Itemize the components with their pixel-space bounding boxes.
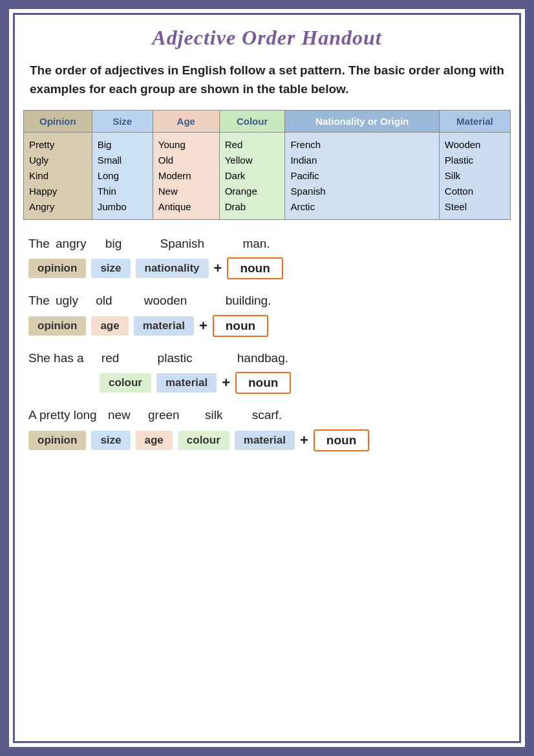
word: plastic bbox=[158, 349, 193, 368]
badge-age: age bbox=[136, 431, 173, 450]
badge-opinion: opinion bbox=[28, 431, 86, 450]
badge-size: size bbox=[91, 259, 130, 278]
word: building. bbox=[226, 291, 272, 310]
word: old bbox=[96, 291, 112, 310]
adjective-table: Opinion Size Age Colour Nationality or O… bbox=[23, 110, 511, 220]
word: new bbox=[108, 405, 131, 425]
badge-material: material bbox=[156, 373, 217, 393]
col-header-colour: Colour bbox=[219, 111, 285, 133]
word: She has a bbox=[28, 349, 84, 368]
badge-nationality: nationality bbox=[136, 259, 209, 278]
word: angry bbox=[56, 234, 87, 254]
word: wooden bbox=[144, 291, 187, 310]
badge-age: age bbox=[91, 316, 128, 336]
label-row-1: opinion size nationality + noun bbox=[28, 257, 506, 279]
badge-colour: colour bbox=[100, 373, 151, 393]
cell-material: WoodenPlasticSilkCottonSteel bbox=[439, 133, 510, 220]
badge-noun: noun bbox=[227, 257, 283, 279]
sentence-1: The angry big Spanish man. bbox=[28, 234, 506, 254]
word: The bbox=[28, 234, 50, 254]
example-1: The angry big Spanish man. opinion size … bbox=[28, 234, 506, 279]
word: The bbox=[28, 291, 50, 310]
page-title: Adjective Order Handout bbox=[23, 26, 511, 50]
plus-sign: + bbox=[214, 260, 222, 277]
plus-sign: + bbox=[222, 374, 230, 391]
label-row-2: opinion age material + noun bbox=[28, 315, 506, 337]
badge-noun: noun bbox=[235, 372, 291, 394]
word: green bbox=[148, 405, 180, 425]
badge-opinion: opinion bbox=[28, 259, 86, 278]
word: ugly bbox=[56, 291, 78, 310]
cell-age: YoungOldModernNewAntique bbox=[153, 133, 219, 220]
intro-text: The order of adjectives in English follo… bbox=[23, 61, 511, 98]
label-row-3: colour material + noun bbox=[28, 372, 506, 394]
word: silk bbox=[205, 405, 222, 425]
label-row-4: opinion size age colour material + noun bbox=[28, 429, 506, 451]
word: Spanish bbox=[160, 234, 204, 254]
badge-material: material bbox=[235, 431, 295, 450]
cell-nationality: FrenchIndianPacificSpanishArctic bbox=[285, 133, 439, 220]
cell-colour: RedYellowDarkOrangeDrab bbox=[219, 133, 285, 220]
badge-noun: noun bbox=[314, 429, 369, 451]
col-header-nationality: Nationality or Origin bbox=[285, 111, 439, 133]
cell-size: BigSmallLongThinJumbo bbox=[92, 133, 153, 220]
badge-colour: colour bbox=[178, 431, 230, 450]
badge-material: material bbox=[134, 316, 194, 336]
word: big bbox=[105, 234, 122, 254]
word: A pretty long bbox=[28, 405, 97, 425]
col-header-age: Age bbox=[153, 111, 219, 133]
example-3: She has a red plastic handbag. colour ma… bbox=[28, 349, 506, 394]
plus-sign: + bbox=[199, 318, 208, 334]
sentence-2: The ugly old wooden building. bbox=[28, 291, 506, 310]
cell-opinion: PrettyUglyKindHappyAngry bbox=[24, 133, 92, 220]
example-2: The ugly old wooden building. opinion ag… bbox=[28, 291, 506, 336]
badge-noun: noun bbox=[213, 315, 268, 337]
examples-section: The angry big Spanish man. opinion size … bbox=[23, 234, 511, 451]
word: man. bbox=[242, 234, 270, 254]
word: red bbox=[101, 349, 119, 368]
page: Adjective Order Handout The order of adj… bbox=[0, 0, 534, 756]
col-header-opinion: Opinion bbox=[24, 111, 92, 133]
sentence-3: She has a red plastic handbag. bbox=[28, 349, 506, 368]
col-header-material: Material bbox=[439, 111, 510, 133]
example-4: A pretty long new green silk scarf. opin… bbox=[28, 405, 506, 451]
word: handbag. bbox=[237, 349, 288, 368]
badge-size: size bbox=[91, 431, 130, 450]
plus-sign: + bbox=[300, 432, 308, 449]
badge-opinion: opinion bbox=[28, 316, 86, 336]
sentence-4: A pretty long new green silk scarf. bbox=[28, 405, 506, 425]
col-header-size: Size bbox=[92, 111, 153, 133]
word: scarf. bbox=[252, 405, 282, 425]
